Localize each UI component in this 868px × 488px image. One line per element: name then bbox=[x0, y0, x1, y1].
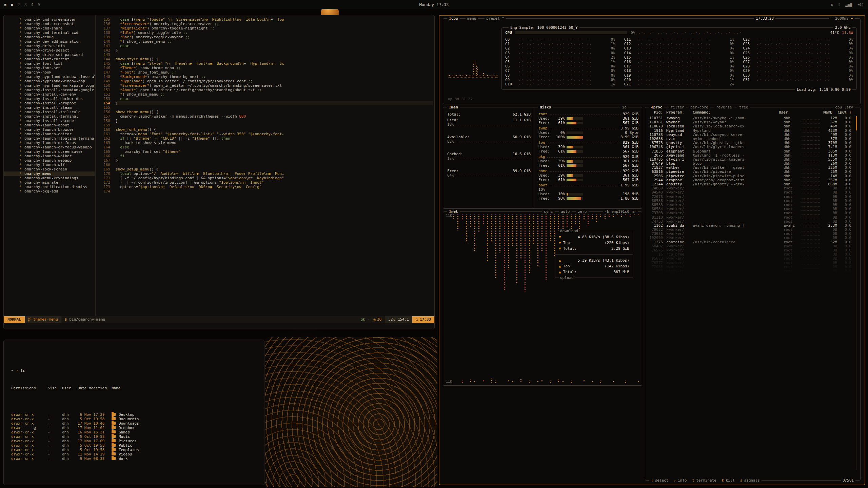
file-item[interactable]: *omarchy-launch-screensaver bbox=[4, 149, 95, 154]
file-item[interactable]: *omarchy-hyprland-window-close-all bbox=[4, 75, 95, 79]
chart-bars-icon[interactable] bbox=[845, 2, 852, 7]
proc-footer-action[interactable]: ssignals bbox=[740, 478, 760, 483]
process-row[interactable]: 1170tailscal/usr/sbin/tailscaled --root7… bbox=[649, 273, 851, 277]
process-row[interactable]: 94540kworker/root0B0.0 bbox=[649, 190, 851, 195]
workspace-5[interactable]: 5 bbox=[38, 2, 40, 7]
file-item[interactable]: *omarchy-migrate bbox=[4, 180, 95, 185]
process-row[interactable]: 68583kworker/root0B0.0 bbox=[649, 203, 851, 207]
dir-name[interactable]: Music bbox=[119, 434, 130, 439]
dir-name[interactable]: Work bbox=[119, 456, 128, 461]
file-item[interactable]: *omarchy-launch-webapp bbox=[4, 158, 95, 163]
process-row[interactable]: 95673kworker/root0B0.0 bbox=[649, 257, 851, 261]
workspace-3[interactable]: 3 bbox=[24, 2, 26, 7]
sort-selector[interactable]: cpu lazy bbox=[833, 105, 855, 109]
file-item[interactable]: *omarchy-install-docker-dbs bbox=[4, 97, 95, 101]
per-core-toggle[interactable]: per-core bbox=[689, 105, 710, 109]
workspace-2[interactable]: 2 bbox=[17, 2, 20, 7]
file-item[interactable]: *omarchy-install-dev-env bbox=[4, 92, 95, 97]
process-row[interactable]: 73703kworker/root0B0.0 bbox=[649, 211, 851, 215]
process-row[interactable]: 102099kworker/root0B0.0 bbox=[649, 236, 851, 240]
tree-toggle[interactable]: tree bbox=[737, 105, 750, 109]
filter-button[interactable]: filter bbox=[669, 105, 686, 109]
file-item[interactable]: *omarchy-font-list bbox=[4, 61, 95, 66]
active-workspace-icon[interactable]: ▣ bbox=[4, 2, 6, 7]
proc-footer-action[interactable]: kkill bbox=[722, 478, 735, 483]
file-item[interactable]: *omarchy-menu bbox=[4, 171, 95, 176]
btop-window[interactable]: 1cpu menu preset * 17:33:28 - 2000ms + u… bbox=[439, 15, 865, 485]
workspace-4[interactable]: 4 bbox=[31, 2, 34, 7]
file-item[interactable]: *omarchy-hyprland-workspace-toggle bbox=[4, 83, 95, 88]
process-row[interactable]: 72073kworker/root0B0.0 bbox=[649, 195, 851, 199]
process-row[interactable]: 2506pipewire/usr/bin/pipewire-pulsedhh14… bbox=[649, 174, 851, 178]
process-row[interactable]: 1916HyprlandHyprlanddhh423M0.0 bbox=[649, 129, 851, 133]
file-item[interactable]: *omarchy-install-tailscale bbox=[4, 110, 95, 114]
process-row[interactable]: 79032kworker/root0B0.0 bbox=[649, 228, 851, 232]
file-item[interactable]: *omarchy-font-set bbox=[4, 66, 95, 70]
header-mem[interactable]: MemB bbox=[816, 110, 832, 115]
dir-name[interactable]: Templates bbox=[119, 448, 139, 452]
header-program[interactable]: Program: bbox=[666, 110, 693, 115]
process-row[interactable]: 68586kworker/root0B0.0 bbox=[649, 199, 851, 203]
file-item[interactable]: *omarchy-launch-or-focus bbox=[4, 141, 95, 145]
dir-name[interactable]: Documents bbox=[119, 417, 139, 421]
process-row[interactable]: 74733kworker/root0B0.0 bbox=[649, 220, 851, 224]
process-row[interactable]: 110785glycin-i/usr/lib/glycin-loadersdhh… bbox=[649, 158, 851, 162]
process-row[interactable]: 72088kworker/root0B0.0 bbox=[649, 265, 851, 269]
process-row[interactable]: 71835elephantelephantdhh385M0.0 bbox=[649, 149, 851, 154]
neovim-window[interactable]: *omarchy-cmd-screensaver*omarchy-cmd-scr… bbox=[3, 15, 435, 329]
auto-toggle[interactable]: auto bbox=[559, 209, 572, 214]
process-row[interactable]: 63816pipewire/usr/bin/pipewiredhh25M0.0 bbox=[649, 170, 851, 174]
process-row[interactable]: 2544dropbox/home/dhh/.dropbox-distdhh357… bbox=[649, 178, 851, 182]
process-row[interactable]: 106746glycin-i/usr/lib/glycin-loadersdhh… bbox=[649, 145, 851, 149]
process-row[interactable]: 12244ghostty/usr/bin/ghostty --gtk-dhh86… bbox=[649, 182, 851, 186]
interface-switcher[interactable]: ‹b enp191s0 n› bbox=[603, 209, 638, 214]
process-row[interactable]: 71837walker/usr/bin/walker --gappldhh325… bbox=[649, 166, 851, 170]
header-pid[interactable]: Pid: bbox=[649, 110, 666, 115]
file-item[interactable]: *omarchy-lock-screen bbox=[4, 167, 95, 171]
process-row[interactable]: 74869kworker/root0B0.0 bbox=[649, 186, 851, 190]
file-item[interactable]: *omarchy-menu-keybindings bbox=[4, 176, 95, 180]
proc-footer-action[interactable]: tterminate bbox=[692, 478, 716, 483]
proc-footer-action[interactable]: ↵info bbox=[674, 478, 687, 483]
reverse-toggle[interactable]: reverse bbox=[714, 105, 733, 109]
file-item[interactable]: *omarchy-install-vscode bbox=[4, 119, 95, 123]
file-item[interactable]: *omarchy-notification-dismiss bbox=[4, 185, 95, 189]
process-row[interactable]: 16rcu_preeroot0B0.0 bbox=[649, 252, 851, 257]
file-item[interactable]: *omarchy-launch-or-focus-webapp bbox=[4, 145, 95, 149]
file-item[interactable]: *omarchy-dev-add-migration bbox=[4, 39, 95, 44]
file-item[interactable]: *omarchy-hyprland-window-pop bbox=[4, 79, 95, 83]
sync-toggle[interactable]: sync bbox=[542, 209, 555, 214]
dir-name[interactable]: Pictures bbox=[119, 439, 137, 443]
process-row[interactable]: 110670localsea/usr/lib/localsearch-exdhh… bbox=[649, 124, 851, 128]
process-row[interactable]: 87649btopbtopdhh26M0.0 bbox=[649, 162, 851, 166]
process-row[interactable]: 76575kworker/root0B0.0 bbox=[649, 248, 851, 252]
file-item[interactable]: *omarchy-install-dropbox bbox=[4, 101, 95, 105]
network-arrows-icon[interactable] bbox=[831, 2, 833, 7]
file-item[interactable]: *omarchy-cmd-terminal-cwd bbox=[4, 30, 95, 35]
process-row[interactable]: 68584kworker/root0B0.0 bbox=[649, 207, 851, 211]
code-buffer[interactable]: case $(menu "Toggle" "□ Screensaver\n◑ N… bbox=[116, 17, 433, 194]
dir-name[interactable]: Downloads bbox=[119, 421, 139, 426]
terminal-window[interactable]: ~›ls PermissionsSizeUserDate ModifiedNam… bbox=[3, 340, 264, 485]
dir-name[interactable]: Dropbox bbox=[119, 426, 134, 430]
file-item[interactable]: *omarchy-cmd-screensaver bbox=[4, 17, 95, 22]
preset-button[interactable]: preset * bbox=[485, 16, 506, 21]
process-row[interactable]: 110783swayosd-/usr/bin/swayosd-serverdhh… bbox=[649, 133, 851, 137]
nvim-cmdline[interactable] bbox=[4, 323, 434, 329]
file-item[interactable]: *omarchy-install-terminal bbox=[4, 114, 95, 119]
file-item[interactable]: *omarchy-launch-about bbox=[4, 123, 95, 127]
file-item[interactable]: *omarchy-launch-floating-terminal- bbox=[4, 136, 95, 141]
process-row[interactable]: 81310kworker/root0B0.0 bbox=[649, 216, 851, 220]
file-item[interactable]: *omarchy-launch-walker bbox=[4, 154, 95, 158]
process-scrollbar[interactable] bbox=[856, 116, 857, 470]
file-item[interactable]: *omarchy-drive-info bbox=[4, 44, 95, 48]
file-item[interactable]: *omarchy-install-steam bbox=[4, 105, 95, 110]
file-item[interactable]: *omarchy-hook bbox=[4, 70, 95, 75]
file-item[interactable]: *omarchy-launch-browser bbox=[4, 127, 95, 132]
header-user[interactable]: User: bbox=[779, 110, 796, 115]
interval-plus-button[interactable]: + bbox=[851, 16, 853, 21]
process-row[interactable]: 76577kworker/root0B0.0 bbox=[649, 261, 851, 265]
file-item[interactable]: *omarchy-debug bbox=[4, 35, 95, 39]
bluetooth-icon[interactable] bbox=[838, 2, 841, 7]
file-item[interactable]: *omarchy-launch-editor bbox=[4, 132, 95, 136]
